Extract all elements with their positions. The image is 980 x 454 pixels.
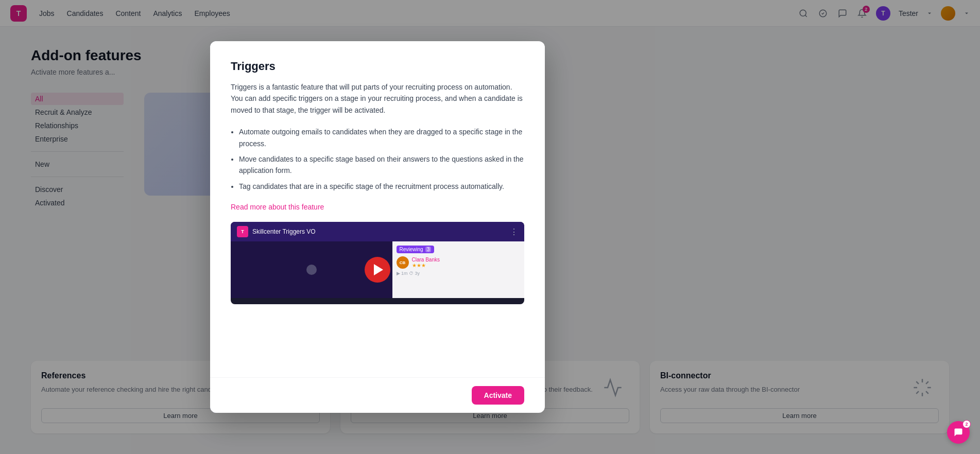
video-meta: ▶ 1m ⏱ 3y (397, 271, 521, 276)
video-channel-name: Skillcenter Triggers VO (252, 228, 316, 235)
video-body: Reviewing 3 CB Clara Banks ★★★ ▶ 1m ⏱ 3y (231, 241, 524, 298)
activate-button[interactable]: Activate (472, 386, 524, 405)
video-bg-icon (305, 264, 318, 276)
reviewing-badge: Reviewing 3 (397, 246, 435, 253)
modal-description: Triggers is a fantastic feature that wil… (231, 81, 524, 116)
video-logo: T (237, 226, 248, 237)
chat-support-button[interactable]: 2 (947, 421, 970, 444)
video-header: T Skillcenter Triggers VO ⋮ (231, 222, 524, 241)
video-menu-icon[interactable]: ⋮ (510, 227, 518, 237)
modal-feature-list: Automate outgoing emails to candidates w… (239, 126, 524, 192)
chat-icon (953, 427, 964, 438)
modal-content-area: Triggers Triggers is a fantastic feature… (210, 41, 545, 377)
triggers-modal: Triggers Triggers is a fantastic feature… (210, 41, 545, 413)
candidate-avatar: CB (397, 256, 409, 269)
candidate-row: CB Clara Banks ★★★ (397, 256, 521, 269)
modal-footer: Activate (210, 377, 545, 413)
modal-title: Triggers (231, 60, 524, 73)
modal-bullet-1: Automate outgoing emails to candidates w… (239, 126, 524, 149)
read-more-link[interactable]: Read more about this feature (231, 203, 324, 211)
modal-bullet-2: Move candidates to a specific stage base… (239, 153, 524, 177)
play-triangle-icon (374, 264, 383, 275)
chat-badge-count: 2 (962, 420, 971, 428)
modal-bullet-3: Tag candidates that are in a specific st… (239, 181, 524, 192)
candidate-name: Clara Banks (412, 257, 440, 263)
svg-point-5 (306, 265, 317, 275)
video-sidebar: Reviewing 3 CB Clara Banks ★★★ ▶ 1m ⏱ 3y (392, 241, 525, 298)
video-thumbnail[interactable]: T Skillcenter Triggers VO ⋮ Reviewing 3 (231, 222, 524, 304)
candidate-stars: ★★★ (412, 263, 440, 268)
video-play-button[interactable] (365, 257, 390, 283)
